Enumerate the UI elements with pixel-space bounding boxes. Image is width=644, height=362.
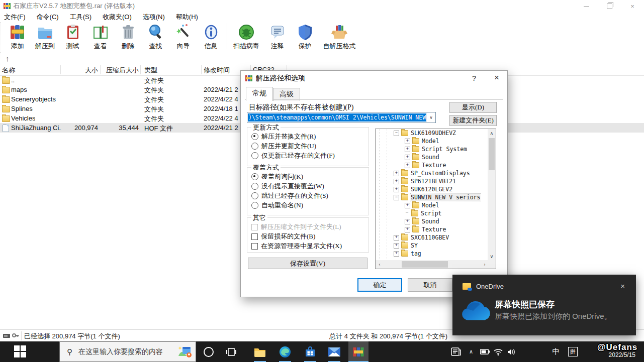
- scroll-up-icon[interactable]: ∧: [488, 131, 496, 136]
- menu-file[interactable]: 文件(F): [4, 13, 26, 22]
- ok-button[interactable]: 确定: [357, 278, 402, 292]
- ime-language-button[interactable]: 中: [550, 341, 562, 362]
- start-button[interactable]: [14, 345, 27, 358]
- expand-icon[interactable]: [394, 243, 399, 249]
- radio-extract-update[interactable]: 解压并更新文件(U): [251, 142, 369, 151]
- scrollbar-thumb[interactable]: [489, 138, 495, 170]
- tray-overflow-chevron[interactable]: ∧: [466, 341, 477, 362]
- expand-icon[interactable]: [405, 139, 410, 144]
- scroll-right-icon[interactable]: ›: [481, 261, 489, 267]
- expand-icon[interactable]: [394, 251, 399, 257]
- info-button[interactable]: 信息: [197, 22, 225, 51]
- toast-close-icon[interactable]: ×: [620, 282, 625, 290]
- news-tray-button[interactable]: [447, 341, 465, 362]
- collapse-icon[interactable]: [394, 195, 399, 200]
- tree-item-selected[interactable]: SUNWIN NEW V seriors: [376, 193, 488, 201]
- tree-item[interactable]: Model: [376, 137, 488, 145]
- tree-item[interactable]: Sound: [376, 217, 488, 225]
- menu-commands[interactable]: 命令(C): [37, 13, 59, 22]
- menu-favorites[interactable]: 收藏夹(O): [103, 13, 132, 22]
- tree-item[interactable]: Texture: [376, 225, 488, 233]
- tree-item[interactable]: SP_CustomDisplays: [376, 169, 488, 177]
- target-path-combobox[interactable]: )\Steam\steamapps\common\OMSI 2\Vehicles…: [247, 112, 436, 123]
- expand-icon[interactable]: [394, 187, 399, 192]
- checkbox-show-in-explorer[interactable]: 在资源管理器中显示文件(X): [251, 242, 369, 251]
- expand-icon[interactable]: [405, 227, 410, 232]
- expand-icon[interactable]: [405, 163, 410, 168]
- column-size[interactable]: 大小: [62, 66, 98, 75]
- expand-icon[interactable]: [405, 203, 410, 208]
- add-button[interactable]: 添加: [4, 22, 31, 51]
- target-path-value[interactable]: )\Steam\steamapps\common\OMSI 2\Vehicles…: [248, 113, 426, 122]
- edge-button[interactable]: [275, 341, 295, 362]
- radio-extract-replace[interactable]: 解压并替换文件(R): [251, 132, 369, 141]
- tree-item[interactable]: Sound: [376, 153, 488, 161]
- expand-icon[interactable]: [405, 155, 410, 160]
- tree-vertical-scrollbar[interactable]: ∧ ∨: [488, 129, 496, 261]
- file-explorer-button[interactable]: [250, 341, 270, 362]
- find-button[interactable]: 查找: [142, 22, 169, 51]
- display-button[interactable]: 显示(D): [449, 102, 497, 113]
- radio-ask-before-overwrite[interactable]: 覆盖前询问(K): [251, 172, 369, 181]
- tree-item[interactable]: Model: [376, 201, 488, 209]
- restore-button[interactable]: [598, 0, 621, 12]
- scrollbar-thumb[interactable]: [402, 261, 448, 268]
- column-type[interactable]: 类型: [144, 66, 157, 75]
- expand-icon[interactable]: [394, 171, 399, 176]
- menu-tools[interactable]: 工具(S): [70, 13, 91, 22]
- dialog-close-icon[interactable]: ×: [494, 73, 499, 83]
- store-button[interactable]: [300, 341, 320, 362]
- radio-auto-rename[interactable]: 自动重命名(N): [251, 201, 369, 210]
- scroll-left-icon[interactable]: ‹: [376, 261, 384, 267]
- tree-item[interactable]: SP6121BEVBT21: [376, 177, 488, 185]
- radio-overwrite-without-prompt[interactable]: 没有提示直接覆盖(W): [251, 182, 369, 191]
- view-button[interactable]: 查看: [86, 22, 114, 51]
- combobox-dropdown-button[interactable]: ∨: [426, 113, 435, 122]
- protect-button[interactable]: 保护: [291, 22, 319, 51]
- winrar-taskbar-button[interactable]: [348, 341, 369, 362]
- scan-virus-button[interactable]: 扫描病毒: [229, 22, 263, 51]
- volume-tray-button[interactable]: [505, 341, 518, 362]
- up-directory-icon[interactable]: ↑: [6, 54, 10, 63]
- delete-button[interactable]: 删除: [114, 22, 142, 51]
- extract-to-button[interactable]: 解压到: [31, 22, 59, 51]
- task-view-button[interactable]: [221, 341, 241, 362]
- tab-general[interactable]: 常规: [246, 87, 273, 101]
- test-button[interactable]: 测试: [59, 22, 86, 51]
- dialog-help-icon[interactable]: ?: [472, 74, 476, 82]
- minimize-button[interactable]: [575, 0, 598, 12]
- tree-item[interactable]: SUK6120LGEV2: [376, 185, 488, 193]
- wifi-tray-button[interactable]: [492, 341, 505, 362]
- expand-icon[interactable]: [405, 147, 410, 152]
- tree-item[interactable]: SLK6109UDHEVZ: [376, 129, 488, 137]
- tree-item[interactable]: SXC6110GBEV: [376, 233, 488, 242]
- radio-skip-existing[interactable]: 跳过已经存在的文件(S): [251, 191, 369, 200]
- checkbox-keep-broken-files[interactable]: 保留损坏的文件(B): [251, 232, 369, 241]
- tree-item[interactable]: SY: [376, 242, 488, 250]
- column-modified[interactable]: 修改时间: [204, 66, 230, 75]
- mail-button[interactable]: [324, 341, 344, 362]
- scroll-down-icon[interactable]: ∨: [488, 254, 496, 259]
- expand-icon[interactable]: [394, 179, 399, 184]
- expand-icon[interactable]: [405, 219, 410, 224]
- collapse-icon[interactable]: [394, 131, 399, 136]
- ime-mode-button[interactable]: 拼: [566, 341, 579, 362]
- battery-tray-button[interactable]: [478, 341, 492, 362]
- close-button[interactable]: ×: [621, 0, 644, 12]
- cortana-button[interactable]: [199, 341, 219, 362]
- wizard-button[interactable]: 向导: [169, 22, 197, 51]
- taskbar-search[interactable]: ⚲ 在这里输入你要搜索的内容: [59, 341, 196, 362]
- onedrive-toast[interactable]: OneDrive × 屏幕快照已保存 屏幕快照已添加到你的 OneDrive。: [452, 275, 636, 335]
- cancel-button[interactable]: 取消: [408, 278, 452, 292]
- column-name[interactable]: 名称: [2, 66, 15, 75]
- column-packed[interactable]: 压缩后大小: [101, 66, 139, 75]
- save-settings-button[interactable]: 保存设置(V): [248, 258, 367, 269]
- comment-button[interactable]: 注释: [263, 22, 291, 51]
- tree-item[interactable]: Script System: [376, 145, 488, 153]
- tree-item[interactable]: Texture: [376, 161, 488, 169]
- menu-options[interactable]: 选项(N): [143, 13, 165, 22]
- expand-icon[interactable]: [394, 235, 399, 240]
- radio-update-existing[interactable]: 仅更新已经存在的文件(F): [251, 151, 369, 160]
- tree-item[interactable]: Script: [376, 209, 488, 217]
- tree-item[interactable]: tag: [376, 250, 488, 258]
